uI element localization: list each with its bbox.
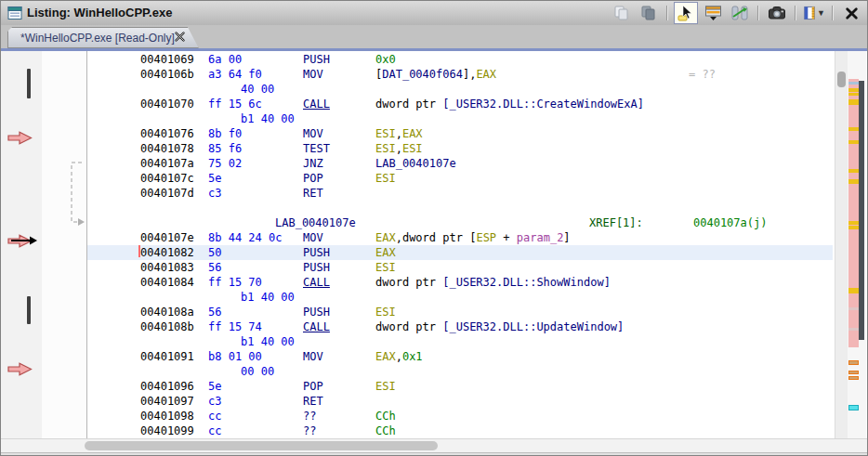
mnemonic-field: TEST xyxy=(303,141,330,156)
address-field: 0040107e xyxy=(140,230,194,245)
toolbar-separator xyxy=(757,6,759,20)
listing-window-icon xyxy=(7,6,22,20)
close-icon xyxy=(845,7,859,20)
listing-instruction-row[interactable]: 00401091b8 01 00MOVEAX,0x1 xyxy=(87,349,833,364)
address-field: 0040108b xyxy=(140,319,194,334)
overview-mark xyxy=(848,371,859,374)
current-location-arrow-icon xyxy=(9,233,39,248)
disassembly-listing[interactable]: 004010696a 00PUSH0x00040106ba3 64 f0MOV[… xyxy=(87,51,833,438)
listing-instruction-row[interactable]: 0040107a75 02JNZLAB_0040107e xyxy=(87,156,833,171)
overview-mark xyxy=(848,288,859,293)
overview-mark xyxy=(848,328,859,331)
mnemonic-field: CALL xyxy=(303,275,330,290)
overview-mark xyxy=(848,405,859,410)
bytes-field: 5e xyxy=(208,171,221,186)
jump-flow-arrow xyxy=(42,51,86,438)
flow-arrow-gutter xyxy=(42,51,87,438)
mnemonic-field: CALL xyxy=(303,97,330,111)
listing-blank-row[interactable] xyxy=(87,201,833,215)
listing-instruction-row[interactable]: 0040107e8b 44 24 0cMOVEAX,dword ptr [ESP… xyxy=(87,230,833,245)
mnemonic-field: MOV xyxy=(303,230,323,245)
overview-margin[interactable] xyxy=(848,51,866,438)
listing-label-row[interactable]: LAB_0040107eXREF[1]:0040107a(j) xyxy=(87,215,833,230)
operands-field: dword ptr [_USER32.DLL::ShowWindow] xyxy=(375,275,611,290)
listing-bytes-continuation-row[interactable]: b1 40 00 xyxy=(87,290,833,305)
listing-instruction-row[interactable]: 004010768b f0MOVESI,EAX xyxy=(87,126,833,141)
bytes-field: 56 xyxy=(208,260,221,275)
overview-mark xyxy=(848,376,859,380)
xref-field: 0040107a(j) xyxy=(693,215,767,230)
mnemonic-field: RET xyxy=(303,394,323,409)
overview-mark xyxy=(848,82,859,85)
listing-instruction-row[interactable]: 00401070ff 15 6cCALLdword ptr [_USER32.D… xyxy=(87,97,833,111)
listing-display-options-button[interactable]: ▼ xyxy=(802,2,826,24)
overview-mark xyxy=(848,169,859,173)
overview-mark xyxy=(848,140,859,144)
listing-bytes-continuation-row[interactable]: 00 00 xyxy=(87,364,833,379)
mnemonic-field: CALL xyxy=(303,319,330,334)
mnemonic-field: PUSH xyxy=(303,245,330,260)
tab-label: *WinHelloCPP.exe [Read-Only] xyxy=(20,32,175,45)
address-field: 0040107c xyxy=(140,171,194,186)
bytes-field: 8b 44 24 0c xyxy=(208,230,282,245)
listing-instruction-row[interactable]: 0040108bff 15 74CALLdword ptr [_USER32.D… xyxy=(87,319,833,334)
bytes-field: 56 xyxy=(208,305,221,319)
bytes-field: cc xyxy=(208,409,221,423)
listing-instruction-row[interactable]: 00401099cc??CCh xyxy=(87,423,833,438)
overview-mark xyxy=(848,221,859,225)
bytes-field: 8b f0 xyxy=(208,126,242,141)
toolbar-separator xyxy=(795,6,796,20)
copy-button[interactable] xyxy=(610,2,634,24)
horizontal-scrollbar[interactable] xyxy=(1,438,867,453)
tab-winhellocpp[interactable]: *WinHelloCPP.exe [Read-Only] xyxy=(7,27,199,48)
toolbar-separator xyxy=(832,6,834,20)
tab-close-icon[interactable] xyxy=(174,31,186,43)
listing-instruction-row[interactable]: 0040108a56PUSHESI xyxy=(87,305,833,319)
mnemonic-field: RET xyxy=(303,186,323,201)
horizontal-scrollbar-thumb[interactable] xyxy=(85,441,438,450)
close-window-button[interactable] xyxy=(839,2,863,24)
vertical-scrollbar-thumb[interactable] xyxy=(837,72,846,87)
listing-instruction-row[interactable]: 0040107c5ePOPESI xyxy=(87,171,833,186)
cursor-location-button[interactable] xyxy=(674,2,698,24)
mnemonic-field: PUSH xyxy=(303,305,330,319)
operands-field: EAX xyxy=(375,245,396,260)
label-field: LAB_0040107e xyxy=(275,215,356,230)
bytes-field: 6a 00 xyxy=(208,52,242,67)
bytes-field: 75 02 xyxy=(208,156,242,171)
toggle-fields-icon xyxy=(704,5,722,21)
listing-instruction-row[interactable]: 0040108356PUSHESI xyxy=(87,260,833,275)
address-field: 00401084 xyxy=(140,275,194,290)
bytes-field: 85 f6 xyxy=(208,141,242,156)
listing-instruction-row[interactable]: 0040107885 f6TESTESI,ESI xyxy=(87,141,833,156)
listing-bytes-continuation-row[interactable]: b1 40 00 xyxy=(87,334,833,349)
toolbar: ▼ xyxy=(610,3,863,23)
eol-comment: = ?? xyxy=(689,67,716,82)
listing-instruction-row[interactable]: 0040106ba3 64 f0MOV[DAT_0040f064],EAX= ?… xyxy=(87,67,833,82)
margin-bar-marker xyxy=(27,69,31,98)
toggle-fields-button[interactable] xyxy=(701,2,725,24)
listing-instruction-row[interactable]: 004010965ePOPESI xyxy=(87,379,833,394)
diff-view-button[interactable] xyxy=(728,2,752,24)
overview-mark xyxy=(848,226,859,229)
listing-instruction-row[interactable]: 00401098cc??CCh xyxy=(87,409,833,423)
address-field: 0040106b xyxy=(140,67,194,82)
vertical-scrollbar[interactable] xyxy=(835,51,848,438)
toolbar-separator xyxy=(666,6,668,20)
listing-instruction-row[interactable]: 00401097c3RET xyxy=(87,394,833,409)
paste-button[interactable] xyxy=(637,2,661,24)
listing-instruction-row[interactable]: 0040108250PUSHEAX xyxy=(87,245,833,260)
listing-instruction-row[interactable]: 00401084ff 15 70CALLdword ptr [_USER32.D… xyxy=(87,275,833,290)
bytes-field: cc xyxy=(208,423,221,438)
window-bottom-edge xyxy=(1,452,867,456)
snapshot-button[interactable] xyxy=(765,2,789,24)
listing-bytes-continuation-row[interactable]: 40 00 xyxy=(87,82,833,97)
mnemonic-field: POP xyxy=(303,379,323,394)
cursor-location-icon xyxy=(677,5,694,21)
tabbar: *WinHelloCPP.exe [Read-Only] xyxy=(1,25,867,48)
listing-instruction-row[interactable]: 0040107dc3RET xyxy=(87,186,833,201)
listing-bytes-continuation-row[interactable]: b1 40 00 xyxy=(87,111,833,126)
listing-instruction-row[interactable]: 004010696a 00PUSH0x0 xyxy=(87,52,833,67)
chevron-down-icon: ▼ xyxy=(817,8,825,18)
xref-header: XREF[1]: xyxy=(589,215,643,230)
